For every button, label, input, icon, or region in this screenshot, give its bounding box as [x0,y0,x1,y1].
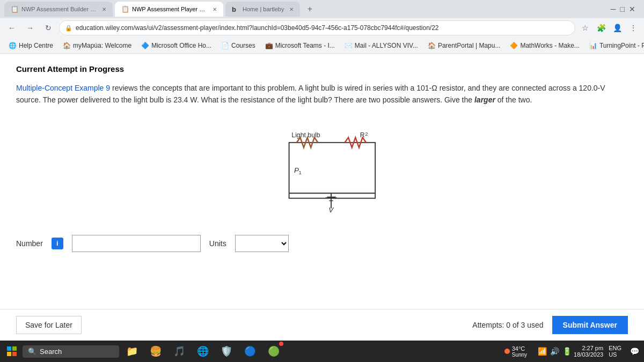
svg-rect-16 [12,346,17,351]
address-bar[interactable]: 🔒 education.wiley.com/was/ui/v2/assessme… [59,20,575,35]
svg-rect-17 [7,352,11,356]
bookmark-parentportal[interactable]: 🏠 ParentPortal | Mapu... [423,41,505,50]
number-label: Number [16,239,43,248]
circuit-svg: Light bulb R 2 P 1 + − V [258,122,386,213]
bookmark-mathworks-label: MathWorks - Make... [520,42,579,49]
minimize-button[interactable]: ─ [611,5,616,13]
weather-condition: Sunny [512,352,527,358]
lock-icon: 🔒 [65,25,72,32]
bookmark-turningpoint[interactable]: 📊 TurningPoint - Parti... [585,41,644,50]
weather-indicator[interactable]: 34°C Sunny [500,345,531,358]
address-text: education.wiley.com/was/ui/v2/assessment… [76,24,569,32]
svg-rect-18 [12,352,17,356]
taskbar-app-security[interactable]: 🛡️ [216,341,237,362]
region: US [609,351,621,358]
back-button[interactable]: ← [4,20,19,35]
taskbar-app-browser[interactable]: 🌐 [192,341,214,362]
bookmark-mymapua-icon: 🏠 [63,42,71,49]
battery-icon[interactable]: 🔋 [562,347,572,356]
bookmark-courses-label: Courses [231,42,255,49]
extension-icon[interactable]: 🧩 [595,21,608,34]
close-button[interactable]: ✕ [629,5,635,13]
taskbar-search[interactable]: 🔍 Search [23,345,119,358]
units-select[interactable]: Ω [235,235,289,252]
bookmark-office[interactable]: 🔷 Microsoft Office Ho... [137,41,216,50]
system-tray: 📶 🔊 🔋 2:27 pm 18/03/2023 ENG US [533,345,626,358]
bookmark-courses-icon: 📄 [221,42,229,49]
maximize-button[interactable]: □ [620,5,625,13]
bookmark-teams-icon: 💼 [265,42,273,49]
bookmark-office-label: Microsoft Office Ho... [151,42,211,49]
volume-icon[interactable]: 🔊 [550,347,559,356]
notification-button[interactable]: 💬 [628,345,641,358]
page-content: Current Attempt in Progress Multiple-Con… [0,54,644,309]
submit-answer-button[interactable]: Submit Answer [552,316,628,334]
tab-close-player[interactable]: ✕ [213,6,217,12]
weather-temp: 34°C [512,345,527,352]
taskbar: 🔍 Search 📁 🍔 🎵 🌐 🛡️ 🔵 🟢 34°C Sunny 📶 🔊 [0,341,644,362]
wifi-icon[interactable]: 📶 [538,347,547,356]
weather-icon [504,349,510,354]
problem-text: Multiple-Concept Example 9 reviews the c… [16,82,628,106]
taskbar-search-text: Search [40,348,62,356]
clock[interactable]: 2:27 pm 18/03/2023 [574,345,603,358]
tab-builder[interactable]: 📋 NWP Assessment Builder UI App ✕ [4,2,113,17]
input-section: Number i Units Ω [16,235,628,252]
bookmark-help-centre[interactable]: 🌐 Help Centre [4,41,57,50]
save-later-button[interactable]: Save for Later [16,316,82,334]
bookmark-courses[interactable]: 📄 Courses [217,41,260,50]
right-bottom: Attempts: 0 of 3 used Submit Answer [472,316,628,334]
bookmark-star-icon[interactable]: ☆ [579,21,591,34]
language: ENG [609,345,621,351]
concept-link[interactable]: Multiple-Concept Example 9 [16,84,110,92]
svg-rect-15 [7,346,11,351]
bookmark-help-centre-icon: 🌐 [9,42,17,49]
menu-icon[interactable]: ⋮ [627,21,640,34]
tab-favicon-bartleby: b [232,5,239,13]
units-label: Units [209,239,226,248]
info-button[interactable]: i [52,238,63,249]
tab-label-bartleby: Home | bartleby [243,6,284,12]
bookmark-mymapua[interactable]: 🏠 myMapúa: Welcome [58,41,136,50]
taskbar-app-food[interactable]: 🍔 [145,341,166,362]
browser-actions: ☆ 🧩 👤 ⋮ [579,21,640,34]
problem-text-part2: of the two. [495,95,532,104]
tab-close-builder[interactable]: ✕ [102,6,106,12]
problem-italic: larger [474,95,495,104]
circuit-diagram: Light bulb R 2 P 1 + − V [16,122,628,213]
tab-bartleby[interactable]: b Home | bartleby ✕ [225,2,300,17]
profile-icon[interactable]: 👤 [611,21,624,34]
tab-close-bartleby[interactable]: ✕ [289,6,294,12]
taskbar-app-green[interactable]: 🟢 [263,341,284,362]
bottom-bar: Save for Later Attempts: 0 of 3 used Sub… [0,309,644,341]
number-input[interactable] [72,235,201,252]
language-region: ENG US [609,345,621,358]
bookmark-teams[interactable]: 💼 Microsoft Teams - I... [261,41,339,50]
taskbar-app-chrome[interactable]: 🔵 [239,341,261,362]
bookmark-mail-icon: ✉️ [345,42,353,49]
weather-info: 34°C Sunny [512,345,527,358]
bookmark-mathworks[interactable]: 🔶 MathWorks - Make... [506,41,583,50]
svg-text:V: V [328,206,334,213]
bookmark-teams-label: Microsoft Teams - I... [275,42,335,49]
taskbar-app-media[interactable]: 🎵 [169,341,190,362]
current-attempt-label: Current Attempt in Progress [16,64,628,73]
start-button[interactable] [3,343,20,360]
svg-rect-0 [289,143,376,198]
bookmark-parentportal-label: ParentPortal | Mapu... [438,42,501,49]
new-tab-button[interactable]: + [302,2,317,17]
clock-date: 18/03/2023 [574,351,603,358]
refresh-button[interactable]: ↻ [41,20,56,35]
forward-button[interactable]: → [23,20,38,35]
bookmark-mail[interactable]: ✉️ Mail - ALLYSON VIV... [340,41,422,50]
bookmark-mathworks-icon: 🔶 [510,42,518,49]
clock-time: 2:27 pm [574,345,603,351]
taskbar-app-explorer[interactable]: 📁 [121,341,143,362]
browser-chrome: 📋 NWP Assessment Builder UI App ✕ 📋 NWP … [0,0,644,54]
tab-favicon-builder: 📋 [11,5,18,13]
svg-text:1: 1 [299,169,302,175]
tab-player[interactable]: 📋 NWP Assessment Player UI App ✕ [115,2,223,17]
tab-favicon-player: 📋 [121,5,129,13]
bookmark-help-centre-label: Help Centre [19,42,53,49]
bookmark-turningpoint-label: TurningPoint - Parti... [599,42,644,49]
